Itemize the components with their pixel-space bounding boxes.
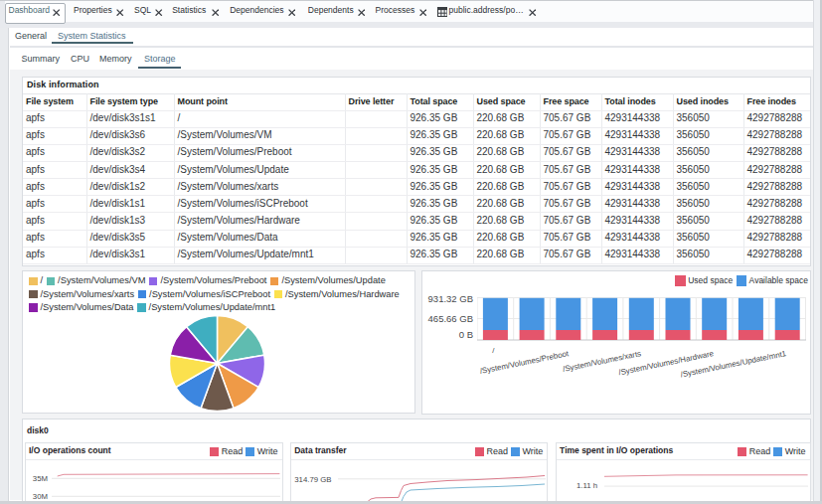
svg-text:314.79 GB: 314.79 GB (294, 475, 331, 484)
svg-text:35M: 35M (32, 473, 47, 482)
svg-text:30M: 30M (32, 491, 47, 500)
svg-text:1.11 h: 1.11 h (575, 481, 596, 490)
